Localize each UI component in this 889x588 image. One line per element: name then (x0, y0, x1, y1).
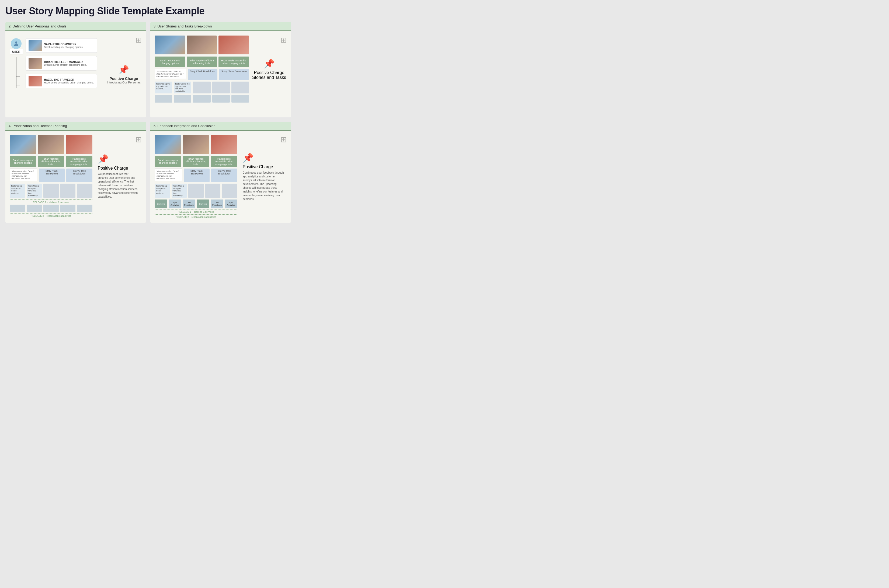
persona-desc-brian: Brian requires efficient scheduling tool… (44, 63, 87, 66)
persona-photos-5 (155, 135, 237, 154)
task-2-5: Task: Using the app to view real-time av… (171, 184, 187, 198)
brand-name-5: Positive Charge (243, 165, 284, 170)
rel-card-5 (232, 95, 249, 103)
slide-3-brand: 📌 Positive Charge Stories and Tasks (251, 36, 287, 103)
release2-label-5: RELEASE 2 – reservation capabilities (155, 216, 237, 218)
slide-5: 5. Feedback Integration and Conclusion ⊞… (150, 122, 291, 223)
persona-desc-sarah: Sarah needs quick charging options. (44, 46, 84, 48)
persona-info-hazel: HAZEL THE TRAVELER Hazel seeks accessibl… (44, 78, 94, 84)
task-lbl-1-5: Story / Task Breakdown (184, 168, 210, 182)
story-cards-4: Sarah needs quick charging options Brian… (10, 156, 92, 167)
photo-hazel-3 (218, 36, 249, 54)
photo-sarah-4 (10, 135, 36, 154)
task-items-row-3: Task: Using the app to locate stations. … (155, 82, 249, 93)
task-row-5: Task: Using the app to locate stations. … (155, 184, 237, 198)
svg-point-0 (15, 42, 17, 44)
task-lbl-1-4: Story / Task Breakdown (39, 168, 65, 182)
slide-4: 4. Prioritization and Release Planning ⊞… (5, 122, 146, 223)
task-lbl-2-5: Story / Task Breakdown (211, 168, 237, 182)
feedback-tag-surveys1: Surveys (155, 200, 167, 208)
slides-grid: 2. Defining User Personas and Goals ⊞ US… (5, 22, 291, 223)
corner-icon-5: ⊞ (280, 135, 287, 144)
pin-icon-4: 📌 (98, 154, 139, 164)
quote-row-4: “As a commuter, I want to find the neare… (10, 168, 92, 182)
story-card-sarah-5: Sarah needs quick charging options (155, 156, 181, 167)
prio-right: 📌 Positive Charge We prioritize features… (95, 135, 142, 217)
story-card-hazel-4: Hazel seeks accessible urban charging po… (66, 156, 92, 167)
photo-brian-3 (187, 36, 217, 54)
rel-card-1 (155, 95, 172, 103)
rel-c-3 (44, 205, 59, 212)
persona-img-sarah (29, 40, 42, 51)
task-1-4: Task: Using the app to locate stations. (10, 184, 25, 198)
slide-2-content: ⊞ USER (5, 31, 146, 117)
task-empty-1-3 (193, 82, 211, 93)
feedback-tags-row: Surveys App Analytics User Feedback Surv… (155, 200, 237, 208)
task-item-2-3: Task: Using the app to view real-time av… (174, 82, 191, 93)
task-2-4: Task: Using the app to view real-time av… (27, 184, 42, 198)
task-empty-3-3 (232, 82, 249, 93)
task-label-1-3: Story / Task Breakdown (188, 69, 218, 80)
persona-img-brian (29, 58, 42, 69)
persona-name-hazel: HAZEL THE TRAVELER (44, 78, 94, 81)
feedback-tag-analytics2: App Analytics (225, 200, 237, 208)
prio-layout: Sarah needs quick charging options Brian… (10, 135, 142, 217)
slide-5-content: ⊞ Sarah needs quick charging options Bri… (150, 131, 291, 223)
task-1-5: Task: Using the app to locate stations. (155, 184, 170, 198)
persona-name-brian: BRIAN THE FLEET MANAGER (44, 61, 87, 63)
prio-left: Sarah needs quick charging options Brian… (10, 135, 92, 217)
task-lbl-2-4: Story / Task Breakdown (66, 168, 92, 182)
stories-layout: Sarah needs quick charging options Brian… (155, 36, 287, 103)
persona-desc-hazel: Hazel seeks accessible urban charging po… (44, 81, 94, 84)
rel-c-2 (27, 205, 42, 212)
story-cards-5: Sarah needs quick charging options Brian… (155, 156, 237, 167)
corner-icon-3: ⊞ (280, 36, 287, 44)
story-card-sarah-4: Sarah needs quick charging options (10, 156, 36, 167)
story-card-brian-5: Brian requires efficient scheduling tool… (183, 156, 209, 167)
persona-card-2: HAZEL THE TRAVELER Hazel seeks accessibl… (26, 74, 97, 88)
release-line-1-5 (155, 209, 237, 210)
rel-card-4 (212, 95, 230, 103)
brand-sub-3: Stories and Tasks (252, 75, 286, 80)
feedback-layout: Sarah needs quick charging options Brian… (155, 135, 287, 218)
task-e1-4 (44, 184, 59, 198)
slide-5-header: 5. Feedback Integration and Conclusion (150, 122, 291, 131)
stories-main: Sarah needs quick charging options Brian… (155, 36, 249, 103)
task-empty-2-3 (212, 82, 230, 93)
release1-label-5: RELEASE 1 – stations & services (155, 210, 237, 213)
persona-photos-4 (10, 135, 92, 154)
rel-c-4 (60, 205, 76, 212)
task-e1-5 (188, 184, 204, 198)
quote-box-3: “As a commuter, I want to find the neare… (155, 69, 186, 79)
feedback-tag-analytics1: App Analytics (168, 200, 181, 208)
persona-list: SARAH THE COMMUTER Sarah needs quick cha… (26, 38, 97, 88)
release-cards-3 (155, 95, 249, 103)
corner-icon-2: ⊞ (135, 36, 142, 44)
story-cards-3: Sarah needs quick charging options Brian… (155, 57, 249, 67)
story-card-hazel-3: Hazel seeks accessible urban charging po… (218, 57, 249, 67)
task-e2-5 (205, 184, 221, 198)
photo-hazel-5 (211, 135, 237, 154)
feedback-tag-userfb1: User Feedback (183, 200, 195, 208)
quote-4: “As a commuter, I want to find the neare… (10, 168, 37, 181)
pin-icon-5: 📌 (243, 153, 284, 163)
pin-icon-3: 📌 (264, 58, 275, 69)
release1-label-4: RELEASE 1 – stations & services (10, 201, 92, 204)
task-e3-4 (77, 184, 92, 198)
release2-label-4: RELEASE 2 – reservation capabilities (10, 214, 92, 217)
task-row-4: Task: Using the app to locate stations. … (10, 184, 92, 198)
task-label-2-3: Story / Task Breakdown (219, 69, 249, 80)
rel-c-1 (10, 205, 25, 212)
rel-c-5 (77, 205, 92, 212)
user-avatar (11, 38, 21, 49)
persona-info-brian: BRIAN THE FLEET MANAGER Brian requires e… (44, 61, 87, 66)
release-line-1-4 (10, 200, 92, 200)
brand-name-4: Positive Charge (98, 166, 139, 171)
release-cards-4 (10, 205, 92, 212)
user-label: USER (10, 49, 23, 54)
v-connector (16, 57, 17, 88)
task-e3-5 (222, 184, 237, 198)
photo-brian-5 (183, 135, 209, 154)
persona-card-0: SARAH THE COMMUTER Sarah needs quick cha… (26, 38, 97, 53)
persona-info-sarah: SARAH THE COMMUTER Sarah needs quick cha… (44, 43, 84, 48)
